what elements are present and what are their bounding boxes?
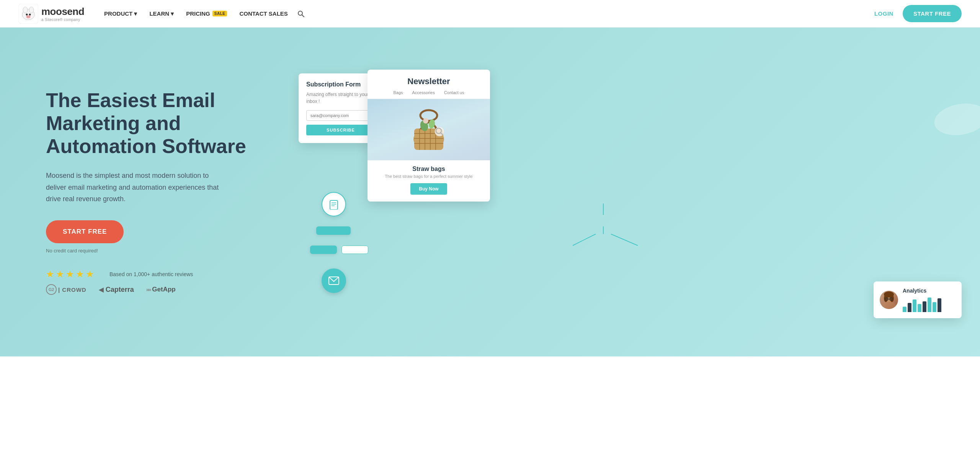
svg-line-13: [573, 234, 596, 246]
getapp-label: GetApp: [152, 286, 175, 293]
nav-item-contact-sales[interactable]: CONTACT SALES: [235, 7, 292, 20]
svg-point-8: [29, 16, 29, 17]
flow-box-2b: [341, 246, 368, 254]
flow-box-2a: [310, 246, 337, 254]
nav-right: LOGIN START FREE: [874, 5, 962, 22]
analytics-title: Analytics: [903, 288, 956, 294]
logo-name: moosend: [41, 6, 84, 18]
subscription-form-desc: Amazing offers straight to your inbox !: [306, 91, 375, 105]
logo-icon: [18, 4, 38, 24]
hero-section: The Easiest Email Marketing and Automati…: [0, 28, 980, 356]
navbar: moosend a Sitecore® company PRODUCT ▾ LE…: [0, 0, 980, 28]
nav-item-product[interactable]: PRODUCT ▾: [100, 7, 142, 20]
search-icon[interactable]: [297, 10, 305, 18]
svg-point-7: [27, 16, 28, 17]
subscription-form-title: Subscription Form: [306, 81, 375, 88]
login-button[interactable]: LOGIN: [874, 10, 893, 17]
newsletter-nav-bags: Bags: [394, 90, 403, 95]
product-description: The best straw bags for a perfect summer…: [375, 174, 482, 179]
newsletter-card: Newsletter Bags Accessories Contact us: [368, 70, 490, 202]
buy-now-button[interactable]: Buy Now: [410, 183, 447, 195]
person-icon: [880, 291, 898, 309]
svg-point-4: [26, 13, 28, 15]
email-icon: [328, 277, 339, 285]
stars-reviews: ★ ★ ★ ★ ★ Based on 1,000+ authentic revi…: [46, 269, 268, 280]
newsletter-nav: Bags Accessories Contact us: [368, 90, 490, 99]
svg-point-3: [29, 7, 34, 13]
nav-links: PRODUCT ▾ LEARN ▾ PRICING SALE CONTACT S…: [100, 7, 874, 20]
analytics-bar-6: [933, 302, 936, 312]
newsletter-product-info: Straw bags The best straw bags for a per…: [368, 160, 490, 202]
analytics-bar-3: [918, 304, 921, 312]
star-3: ★: [66, 269, 74, 280]
g2-icon: G2: [46, 284, 57, 295]
analytics-bar-1: [908, 303, 911, 312]
newsletter-nav-accessories: Accessories: [412, 90, 435, 95]
analytics-bars: [903, 297, 956, 312]
analytics-avatar: [880, 291, 898, 309]
nav-item-pricing[interactable]: PRICING SALE: [181, 7, 232, 20]
form-icon: [328, 199, 339, 210]
g2-crowd-label: | CROWD: [58, 286, 87, 293]
svg-point-5: [29, 13, 31, 15]
star-5: ★: [86, 269, 94, 280]
start-free-nav-button[interactable]: START FREE: [903, 5, 962, 22]
nav-item-learn[interactable]: LEARN ▾: [145, 7, 178, 20]
svg-point-36: [881, 301, 897, 309]
flow-step-1: [316, 226, 351, 235]
sale-badge: SALE: [212, 11, 227, 16]
svg-point-6: [26, 15, 31, 18]
product-name: Straw bags: [375, 166, 482, 172]
analytics-bar-0: [903, 307, 906, 312]
hero-right: Subscription Form Amazing offers straigh…: [283, 58, 962, 326]
analytics-card: Analytics: [874, 281, 962, 318]
hero-description: Moosend is the simplest and most modern …: [46, 170, 230, 205]
getapp-icon: »»: [146, 286, 151, 293]
star-4: ★: [76, 269, 84, 280]
logo-sub: a Sitecore® company: [41, 18, 84, 22]
analytics-bar-4: [923, 301, 926, 312]
basket-illustration: [406, 105, 452, 155]
subscription-submit-button[interactable]: SUBSCRIBE: [306, 125, 375, 135]
logo-link[interactable]: moosend a Sitecore® company: [18, 4, 84, 24]
svg-line-14: [611, 234, 638, 246]
star-2: ★: [56, 269, 64, 280]
capterra-icon: ◀: [99, 286, 103, 293]
star-1: ★: [46, 269, 54, 280]
flow-step-2: [310, 246, 368, 254]
svg-point-40: [890, 294, 894, 302]
hero-left: The Easiest Email Marketing and Automati…: [46, 89, 268, 295]
svg-line-10: [302, 15, 304, 17]
g2-badge: G2 | CROWD: [46, 284, 87, 295]
flow-box-1: [316, 226, 351, 235]
reviews-text: Based on 1,000+ authentic reviews: [109, 271, 193, 277]
svg-rect-31: [330, 200, 338, 210]
capterra-badge: ◀ Capterra: [99, 286, 134, 294]
analytics-bar-7: [938, 298, 941, 312]
analytics-bar-2: [913, 299, 916, 312]
svg-point-2: [23, 7, 28, 13]
star-ratings: ★ ★ ★ ★ ★: [46, 269, 94, 280]
badges-row: G2 | CROWD ◀ Capterra »» GetApp: [46, 284, 268, 295]
analytics-content: Analytics: [903, 288, 956, 312]
getapp-badge: »» GetApp: [146, 286, 176, 293]
newsletter-nav-contact: Contact us: [444, 90, 464, 95]
analytics-bar-5: [928, 298, 931, 312]
hero-cta-button[interactable]: START FREE: [46, 220, 124, 243]
no-credit-text: No credit card required!: [46, 248, 268, 254]
capterra-label: Capterra: [106, 286, 134, 294]
subscription-email-input[interactable]: [306, 110, 375, 121]
newsletter-title: Newsletter: [368, 70, 490, 90]
svg-point-39: [884, 294, 888, 302]
hero-title: The Easiest Email Marketing and Automati…: [46, 89, 268, 158]
flow-node-form: [322, 192, 346, 216]
newsletter-product-image: [368, 99, 490, 160]
pricing-label: PRICING: [186, 10, 210, 17]
flow-node-email: [322, 268, 346, 293]
logo-text: moosend a Sitecore® company: [41, 6, 84, 22]
svg-point-24: [420, 110, 437, 121]
svg-point-27: [423, 118, 428, 124]
